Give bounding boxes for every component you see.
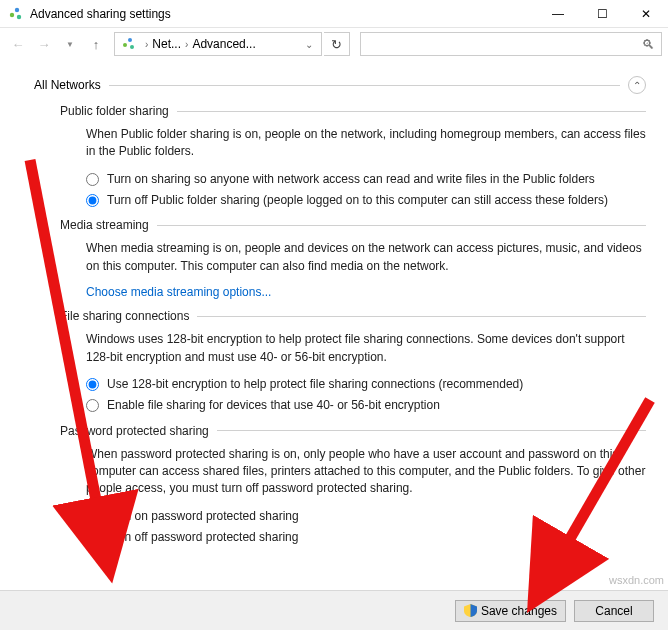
back-button[interactable]: ← bbox=[6, 32, 30, 56]
section-title: All Networks bbox=[34, 78, 101, 92]
subsection-title: Public folder sharing bbox=[60, 104, 169, 118]
breadcrumb-seg-2[interactable]: Advanced... bbox=[192, 37, 255, 51]
breadcrumb-dropdown[interactable]: ⌄ bbox=[299, 39, 319, 50]
shield-icon bbox=[464, 604, 477, 617]
pfs-option-on[interactable]: Turn on sharing so anyone with network a… bbox=[86, 171, 646, 188]
pfs-option-off[interactable]: Turn off Public folder sharing (people l… bbox=[86, 192, 646, 209]
fsc-description: Windows uses 128-bit encryption to help … bbox=[86, 331, 646, 366]
forward-button[interactable]: → bbox=[32, 32, 56, 56]
app-icon bbox=[8, 6, 24, 22]
svg-point-1 bbox=[15, 7, 19, 11]
pfs-description: When Public folder sharing is on, people… bbox=[86, 126, 646, 161]
pps-description: When password protected sharing is on, o… bbox=[86, 446, 646, 498]
radio-input[interactable] bbox=[86, 399, 99, 412]
radio-input[interactable] bbox=[86, 378, 99, 391]
subsection-password-protected-sharing: Password protected sharing bbox=[60, 424, 646, 438]
maximize-button[interactable]: ☐ bbox=[580, 0, 624, 28]
pps-option-on[interactable]: Turn on password protected sharing bbox=[86, 508, 646, 525]
fsc-option-4056bit[interactable]: Enable file sharing for devices that use… bbox=[86, 397, 646, 414]
nav-history-dropdown[interactable]: ▼ bbox=[58, 32, 82, 56]
svg-point-2 bbox=[17, 14, 21, 18]
option-label: Enable file sharing for devices that use… bbox=[107, 397, 440, 414]
radio-input[interactable] bbox=[86, 531, 99, 544]
svg-point-4 bbox=[128, 38, 132, 42]
footer-bar: Save changes Cancel bbox=[0, 590, 668, 630]
media-description: When media streaming is on, people and d… bbox=[86, 240, 646, 275]
fsc-option-128bit[interactable]: Use 128-bit encryption to help protect f… bbox=[86, 376, 646, 393]
subsection-public-folder-sharing: Public folder sharing bbox=[60, 104, 646, 118]
subsection-title: File sharing connections bbox=[60, 309, 189, 323]
option-label: Turn on sharing so anyone with network a… bbox=[107, 171, 595, 188]
subsection-title: Password protected sharing bbox=[60, 424, 209, 438]
subsection-title: Media streaming bbox=[60, 218, 149, 232]
section-all-networks[interactable]: All Networks ⌃ bbox=[34, 76, 646, 94]
option-label: Turn off Public folder sharing (people l… bbox=[107, 192, 608, 209]
search-input[interactable]: 🔍︎ bbox=[360, 32, 662, 56]
pps-option-off[interactable]: Turn off password protected sharing bbox=[86, 529, 646, 546]
breadcrumb-sep: › bbox=[181, 39, 192, 50]
button-label: Cancel bbox=[595, 604, 632, 618]
chevron-up-icon[interactable]: ⌃ bbox=[628, 76, 646, 94]
svg-point-0 bbox=[10, 12, 14, 16]
search-icon[interactable]: 🔍︎ bbox=[642, 37, 655, 52]
refresh-button[interactable]: ↻ bbox=[324, 32, 350, 56]
content-area: All Networks ⌃ Public folder sharing Whe… bbox=[0, 60, 668, 590]
svg-point-5 bbox=[130, 45, 134, 49]
media-options-link[interactable]: Choose media streaming options... bbox=[86, 285, 271, 299]
breadcrumb-sep: › bbox=[141, 39, 152, 50]
close-button[interactable]: ✕ bbox=[624, 0, 668, 28]
up-button[interactable]: ↑ bbox=[84, 32, 108, 56]
subsection-file-sharing-connections: File sharing connections bbox=[60, 309, 646, 323]
window-title: Advanced sharing settings bbox=[30, 7, 536, 21]
breadcrumb[interactable]: › Net... › Advanced... ⌄ bbox=[114, 32, 322, 56]
cancel-button[interactable]: Cancel bbox=[574, 600, 654, 622]
option-label: Turn off password protected sharing bbox=[107, 529, 298, 546]
title-bar: Advanced sharing settings — ☐ ✕ bbox=[0, 0, 668, 28]
button-label: Save changes bbox=[481, 604, 557, 618]
breadcrumb-seg-1[interactable]: Net... bbox=[152, 37, 181, 51]
radio-input[interactable] bbox=[86, 194, 99, 207]
option-label: Use 128-bit encryption to help protect f… bbox=[107, 376, 523, 393]
breadcrumb-icon bbox=[121, 36, 137, 52]
radio-input[interactable] bbox=[86, 510, 99, 523]
watermark: wsxdn.com bbox=[609, 574, 664, 586]
minimize-button[interactable]: — bbox=[536, 0, 580, 28]
subsection-media-streaming: Media streaming bbox=[60, 218, 646, 232]
option-label: Turn on password protected sharing bbox=[107, 508, 299, 525]
radio-input[interactable] bbox=[86, 173, 99, 186]
save-changes-button[interactable]: Save changes bbox=[455, 600, 566, 622]
svg-point-3 bbox=[123, 43, 127, 47]
nav-bar: ← → ▼ ↑ › Net... › Advanced... ⌄ ↻ 🔍︎ bbox=[0, 28, 668, 60]
